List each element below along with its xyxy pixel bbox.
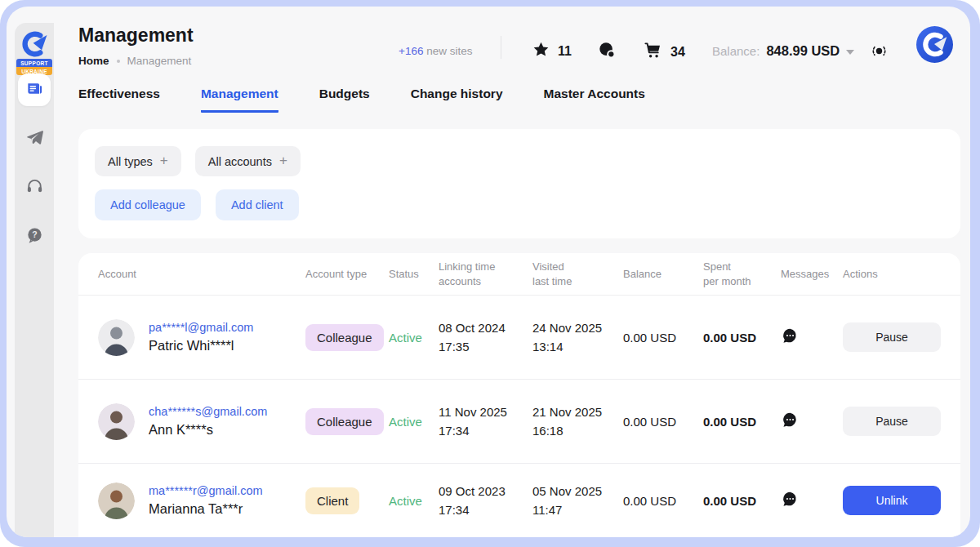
- cart-counter[interactable]: 34: [644, 41, 685, 63]
- tab-budgets[interactable]: Budgets: [319, 87, 370, 113]
- app-window: SUPPORT UKRAINE: [7, 7, 970, 537]
- col-account-type: Account type: [305, 267, 389, 282]
- pause-button[interactable]: Pause: [843, 322, 941, 352]
- account-type-badge: Client: [305, 487, 359, 514]
- status-label: Active: [389, 494, 439, 508]
- sidebar-item-news[interactable]: [18, 73, 51, 106]
- avatar: [98, 483, 135, 519]
- account-type-badge: Colleague: [305, 324, 384, 351]
- col-spent: Spentper month: [703, 260, 781, 288]
- unlink-button[interactable]: Unlink: [843, 486, 941, 515]
- cart-count: 34: [670, 45, 685, 60]
- breadcrumb-home[interactable]: Home: [78, 55, 109, 67]
- headset-icon: [25, 177, 44, 199]
- linking-time: 11 Nov 202517:34: [439, 402, 532, 441]
- table-row: ma******r@gmail.com Marianna Ta***r Clie…: [78, 464, 960, 537]
- breadcrumb-separator: [117, 60, 120, 63]
- accounts-table: Account Account type Status Linking time…: [78, 253, 960, 537]
- support-ukraine-badge: SUPPORT UKRAINE: [16, 59, 52, 75]
- visited-time: 21 Nov 202516:18: [532, 402, 623, 441]
- new-sites-counter[interactable]: +166 new sites: [399, 45, 472, 57]
- tab-change-history[interactable]: Change history: [411, 87, 503, 113]
- linking-time: 08 Oct 202417:35: [439, 318, 532, 357]
- account-name: Patric Whi****l: [149, 338, 253, 354]
- notifications-button[interactable]: [871, 42, 888, 63]
- plus-icon: +: [279, 153, 287, 169]
- col-linking-time: Linking timeaccounts: [439, 260, 532, 288]
- plus-icon: +: [160, 153, 168, 169]
- logo-icon: [16, 28, 52, 60]
- sidebar-item-support[interactable]: [18, 171, 51, 204]
- support-badge-line1: SUPPORT: [16, 59, 52, 67]
- breadcrumb-current: Management: [127, 55, 192, 67]
- balance-dropdown[interactable]: Balance: 848.99 USD: [712, 43, 854, 59]
- avatar: [98, 403, 135, 440]
- avatar: [98, 319, 135, 356]
- account-email[interactable]: cha******s@gmail.com: [149, 405, 267, 418]
- filters-card: All types + All accounts + Add colleague…: [78, 129, 960, 238]
- sidebar: SUPPORT UKRAINE: [15, 23, 54, 537]
- account-name: Marianna Ta***r: [149, 501, 263, 517]
- status-label: Active: [389, 415, 439, 429]
- tab-effectiveness[interactable]: Effectiveness: [78, 87, 160, 113]
- account-email[interactable]: ma******r@gmail.com: [149, 484, 263, 497]
- spent-cell: 0.00 USD: [703, 494, 781, 508]
- favorites-counter[interactable]: 11: [532, 41, 572, 61]
- help-icon: ?: [25, 226, 44, 248]
- new-sites-count: +166: [399, 45, 423, 57]
- messages-indicator[interactable]: [598, 41, 616, 62]
- filter-all-types-label: All types: [108, 155, 153, 168]
- user-avatar[interactable]: [916, 26, 953, 63]
- header-divider: [501, 36, 501, 59]
- news-icon: [25, 79, 44, 101]
- filter-all-accounts-label: All accounts: [208, 155, 272, 168]
- breadcrumb: Home Management: [78, 55, 191, 67]
- message-button[interactable]: [781, 490, 800, 511]
- balance-cell: 0.00 USD: [623, 415, 703, 429]
- account-type-badge: Colleague: [305, 408, 384, 435]
- balance-label: Balance:: [712, 44, 760, 58]
- tab-master-accounts[interactable]: Master Accounts: [544, 87, 645, 113]
- status-label: Active: [389, 331, 439, 345]
- col-visited: Visitedlast time: [532, 260, 623, 288]
- message-bubble-icon: [781, 327, 800, 348]
- balance-cell: 0.00 USD: [623, 494, 703, 508]
- message-button[interactable]: [781, 327, 800, 348]
- table-header: Account Account type Status Linking time…: [78, 253, 960, 296]
- col-status: Status: [389, 267, 439, 282]
- add-client-button[interactable]: Add client: [216, 189, 299, 220]
- visited-time: 05 Nov 202511:47: [532, 482, 623, 520]
- message-bubble-icon: [781, 411, 800, 432]
- account-email[interactable]: pa*****l@gmail.com: [149, 321, 253, 334]
- balance-value: 848.99 USD: [766, 43, 840, 59]
- cart-icon: [644, 41, 662, 63]
- linking-time: 09 Oct 202317:34: [439, 482, 532, 520]
- add-colleague-button[interactable]: Add colleague: [95, 189, 201, 220]
- col-actions: Actions: [843, 267, 960, 282]
- sidebar-item-telegram[interactable]: [18, 122, 51, 155]
- telegram-icon: [25, 128, 44, 150]
- table-row: pa*****l@gmail.com Patric Whi****l Colle…: [78, 296, 960, 380]
- spent-cell: 0.00 USD: [703, 415, 781, 429]
- col-account: Account: [98, 267, 305, 282]
- filter-all-accounts[interactable]: All accounts +: [195, 146, 301, 176]
- sidebar-nav: ?: [18, 73, 51, 253]
- new-sites-label: new sites: [426, 45, 472, 57]
- star-icon: [532, 41, 550, 61]
- table-row: cha******s@gmail.com Ann K****s Colleagu…: [78, 380, 960, 464]
- main-content: Management Home Management +166 new site…: [78, 7, 960, 537]
- app-logo[interactable]: SUPPORT UKRAINE: [16, 28, 52, 75]
- svg-text:?: ?: [32, 229, 37, 239]
- spent-cell: 0.00 USD: [703, 331, 781, 345]
- visited-time: 24 Nov 202513:14: [532, 318, 623, 357]
- message-button[interactable]: [781, 411, 800, 432]
- message-bubble-icon: [781, 490, 800, 511]
- tab-management[interactable]: Management: [201, 87, 278, 113]
- screen-frame: SUPPORT UKRAINE: [0, 0, 980, 547]
- col-balance: Balance: [623, 267, 703, 282]
- pause-button[interactable]: Pause: [843, 407, 941, 436]
- favorites-count: 11: [558, 44, 572, 59]
- filter-all-types[interactable]: All types +: [95, 146, 181, 176]
- sidebar-item-help[interactable]: ?: [18, 220, 51, 253]
- chat-icon: [598, 41, 616, 62]
